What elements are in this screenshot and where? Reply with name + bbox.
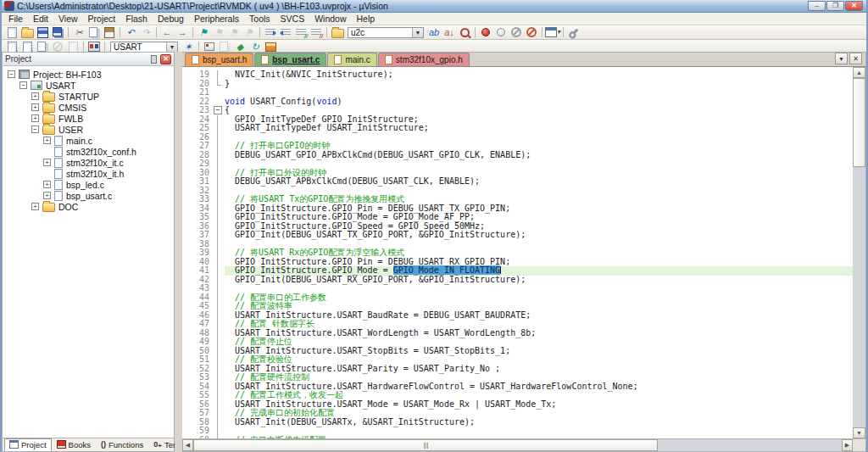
menu-window[interactable]: Window <box>309 13 351 25</box>
uncomment-selection-button[interactable] <box>309 26 324 38</box>
code-line-31[interactable]: 31 DEBUG_USART_APBxClkCmd(DEBUG_USART_CL… <box>182 177 853 187</box>
expand-icon[interactable]: + <box>31 203 39 210</box>
tree-item-main-c[interactable]: +main.c <box>3 135 174 146</box>
expand-icon[interactable]: + <box>31 92 39 100</box>
code-text[interactable]: // 配置串口的工作参数 <box>225 293 853 303</box>
menu-tools[interactable]: Tools <box>244 13 275 25</box>
stop-build-button[interactable] <box>65 41 81 53</box>
expand-icon[interactable]: + <box>43 137 51 144</box>
code-text[interactable]: USART_InitStructure.USART_Parity = USART… <box>225 365 853 374</box>
runtime-environment-button[interactable]: ◆ <box>232 41 248 53</box>
scroll-up-button[interactable]: ▲ <box>853 67 865 78</box>
code-text[interactable]: USART_InitStructure.USART_BaudRate = DEB… <box>225 311 853 321</box>
options-for-target-button[interactable]: ✶ <box>181 41 196 53</box>
search-combo[interactable]: u2c▼ <box>348 27 424 38</box>
fold-collapse-icon[interactable] <box>214 106 225 115</box>
tree-item-startup[interactable]: +STARTUP <box>3 91 174 102</box>
tree-item-user[interactable]: −USER <box>3 124 174 135</box>
navigate-back-button[interactable]: ← <box>159 26 175 38</box>
menu-edit[interactable]: Edit <box>28 13 53 25</box>
breakpoint-insert-button[interactable] <box>478 26 493 38</box>
panel-close-icon[interactable]: ✕ <box>160 54 171 64</box>
refresh-button[interactable]: ↻ <box>248 41 263 53</box>
menu-peripherals[interactable]: Peripherals <box>189 13 244 25</box>
code-line-20[interactable]: 20} <box>182 80 853 89</box>
build-button[interactable] <box>19 41 35 53</box>
code-text[interactable]: GPIO_Init(DEBUG_USART_TX_GPIO_PORT, &GPI… <box>225 231 853 240</box>
tree-item-cmsis[interactable]: +CMSIS <box>3 102 174 113</box>
new-file-button[interactable] <box>4 26 19 38</box>
panel-tab-project[interactable]: Project <box>4 438 52 451</box>
code-area[interactable]: 19 NVIC_Init(&NVIC_InitStructure);20}212… <box>182 67 853 438</box>
pack-installer-button[interactable] <box>263 41 278 53</box>
code-text[interactable]: NVIC_Init(&NVIC_InitStructure); <box>225 70 853 80</box>
target-select[interactable]: USART▼ <box>110 42 178 53</box>
menu-svcs[interactable]: SVCS <box>275 13 310 25</box>
tab-close-icon[interactable]: ✕ <box>849 53 862 64</box>
scroll-right-button[interactable]: ▶ <box>842 439 853 451</box>
code-line-37[interactable]: 37 GPIO_Init(DEBUG_USART_TX_GPIO_PORT, &… <box>182 231 853 240</box>
file-extensions-button[interactable] <box>202 41 217 53</box>
close-button[interactable]: ✕ <box>845 1 863 11</box>
translate-file-button[interactable] <box>4 41 19 53</box>
breakpoints-kill-all-button[interactable] <box>524 26 539 38</box>
restore-button[interactable]: ❐ <box>826 1 844 11</box>
menu-flash[interactable]: Flash <box>120 13 153 25</box>
editor-tab-bsp-usart-c[interactable]: bsp_usart.c <box>254 53 326 66</box>
window-layout-button[interactable]: ▾ <box>545 26 560 38</box>
expand-icon[interactable]: + <box>43 181 51 188</box>
code-line-19[interactable]: 19 NVIC_Init(&NVIC_InitStructure); <box>182 70 853 80</box>
rebuild-button[interactable] <box>35 41 50 53</box>
expand-icon[interactable]: + <box>43 192 51 199</box>
horizontal-scroll-thumb[interactable] <box>193 439 658 451</box>
code-line-60[interactable]: 60 // 串口中断优先级配置 <box>182 436 853 439</box>
redo-button[interactable]: ↷ <box>138 26 153 38</box>
code-text[interactable]: USART_Init(DEBUG_USARTx, &USART_InitStru… <box>225 418 853 427</box>
menu-file[interactable]: File <box>3 13 28 25</box>
pin-icon[interactable] <box>151 55 157 64</box>
scroll-down-button[interactable]: ▼ <box>853 427 865 438</box>
save-all-button[interactable] <box>50 26 65 38</box>
find-in-files-results-button[interactable] <box>457 26 472 38</box>
tab-list-dropdown-icon[interactable]: ▼ <box>835 53 848 64</box>
open-file-button[interactable] <box>19 26 35 38</box>
code-text[interactable]: DEBUG_USART_GPIO_APBxClkCmd(DEBUG_USART_… <box>225 151 853 160</box>
tree-item-project-bh-f103[interactable]: −Project: BH-F103 <box>3 69 174 80</box>
code-text[interactable]: GPIO_Init(DEBUG_USART_RX_GPIO_PORT, &GPI… <box>225 276 853 285</box>
tree-item-stm32f10x-conf-h[interactable]: stm32f10x_conf.h <box>3 146 174 157</box>
menu-view[interactable]: View <box>53 13 83 25</box>
download-button[interactable] <box>86 41 102 53</box>
indent-left-button[interactable] <box>278 26 293 38</box>
manage-project-items-button[interactable] <box>217 41 232 53</box>
scroll-left-button[interactable]: ◀ <box>182 439 193 451</box>
indent-right-button[interactable] <box>263 26 278 38</box>
code-text[interactable]: USART_InitStructure.USART_WordLength = U… <box>225 329 853 338</box>
editor-tab-stm32f10x-gpio-h[interactable]: stm32f10x_gpio.h <box>378 53 470 66</box>
undo-button[interactable]: ↶ <box>123 26 138 38</box>
bookmark-clear-button[interactable]: ⚑ <box>242 26 257 38</box>
tree-item-bsp-led-c[interactable]: +bsp_led.c <box>3 179 174 190</box>
tree-item-stm32f10x-it-c[interactable]: +stm32f10x_it.c <box>3 157 174 168</box>
expand-icon[interactable]: + <box>31 114 39 122</box>
configuration-button[interactable] <box>566 26 581 38</box>
navigate-forward-button[interactable]: → <box>175 26 190 38</box>
bookmark-next-button[interactable]: ⚑ <box>226 26 242 38</box>
expand-icon[interactable]: + <box>31 103 39 111</box>
find-in-files-button[interactable] <box>330 26 345 38</box>
editor-tab-bsp-usart-h[interactable]: bsp_usart.h <box>185 53 253 66</box>
paste-button[interactable] <box>102 26 117 38</box>
menu-help[interactable]: Help <box>352 13 381 25</box>
batch-build-button[interactable] <box>50 41 65 53</box>
find-next-button[interactable]: ab <box>426 26 442 38</box>
bookmark-toggle-button[interactable]: ⚑ <box>196 26 211 38</box>
tree-item-doc[interactable]: +DOC <box>3 201 174 212</box>
expand-icon[interactable]: + <box>43 159 51 166</box>
save-button[interactable] <box>35 26 50 38</box>
code-text[interactable]: USART_InitStructure.USART_StopBits = USA… <box>225 347 853 356</box>
tree-item-bsp-usart-c[interactable]: +bsp_usart.c <box>3 190 174 201</box>
code-text[interactable]: void USART_Config(void) <box>225 98 853 107</box>
breakpoint-enable-button[interactable] <box>493 26 509 38</box>
code-line-25[interactable]: 25 USART_InitTypeDef USART_InitStructure… <box>182 124 853 133</box>
minimize-button[interactable]: – <box>808 1 826 11</box>
incremental-find-button[interactable]: a↓ <box>442 26 457 38</box>
